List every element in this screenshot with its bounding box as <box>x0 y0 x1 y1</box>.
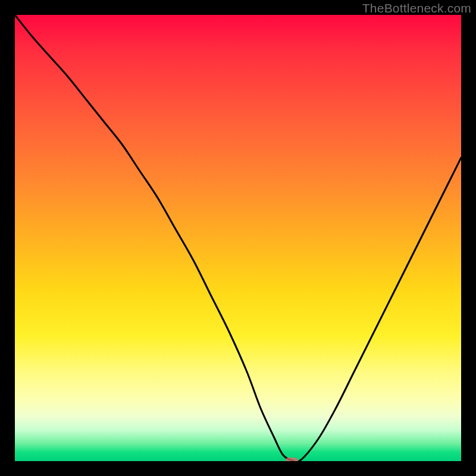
watermark-text: TheBottleneck.com <box>362 1 471 15</box>
optimal-point-marker <box>285 458 298 461</box>
chart-frame: TheBottleneck.com <box>0 0 476 476</box>
plot-area <box>15 15 461 461</box>
bottleneck-curve <box>15 15 461 461</box>
